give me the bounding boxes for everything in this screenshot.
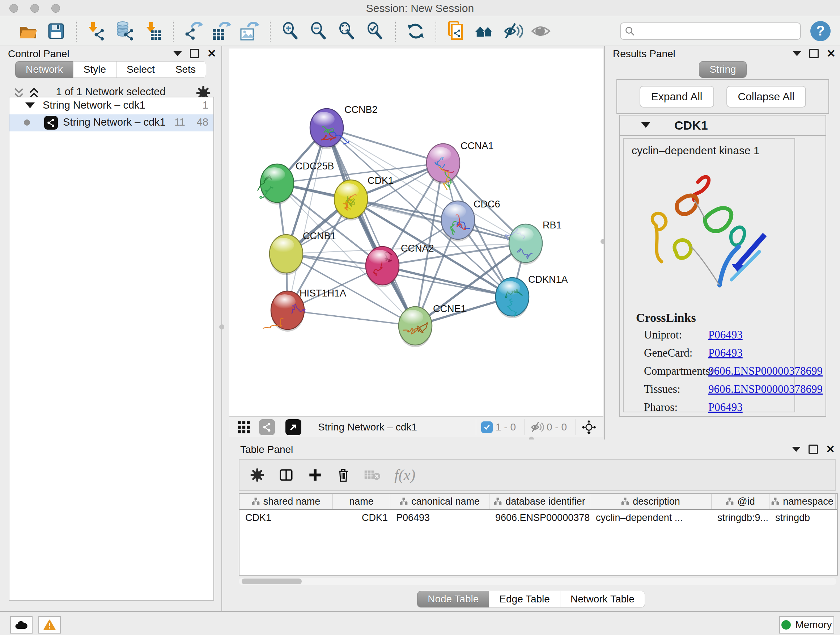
tab-select[interactable]: Select	[116, 61, 165, 78]
expand-all-button[interactable]: Expand All	[639, 86, 714, 108]
control-panel-menu-icon[interactable]	[173, 51, 182, 56]
network-collection-row[interactable]: String Network – cdk1 1	[9, 97, 213, 114]
crosslink-link[interactable]: P06493	[708, 328, 743, 341]
import-table-icon[interactable]	[142, 21, 164, 42]
zoom-fit-icon[interactable]	[336, 21, 357, 42]
control-panel-close-icon[interactable]: ✕	[207, 49, 216, 58]
scrollbar-thumb[interactable]	[242, 578, 302, 584]
tab-string-results[interactable]: String	[699, 61, 746, 78]
memory-button[interactable]: Memory	[779, 616, 834, 633]
node-CDC25B[interactable]	[257, 164, 294, 204]
gray-eye-icon[interactable]	[531, 21, 551, 42]
network-canvas[interactable]: CCNB2CCNA1CDC25BCDK1CDC6RB1CCNB1CCNA2CDK…	[229, 49, 603, 416]
column-header-description[interactable]: description	[590, 494, 712, 509]
table-cell[interactable]: 9606.ENSP00000378699	[489, 510, 590, 526]
node-HIST1H1A[interactable]	[263, 291, 305, 332]
export-image-icon[interactable]	[240, 21, 261, 42]
crosslink-link[interactable]: P06493	[708, 401, 743, 414]
warnings-button[interactable]	[38, 616, 61, 633]
column-header-database-identifier[interactable]: database identifier	[489, 494, 590, 509]
save-session-icon[interactable]	[46, 21, 66, 42]
node-CDC6[interactable]	[441, 201, 475, 241]
table-cell[interactable]: stringdb	[769, 510, 836, 526]
results-panel-close-icon[interactable]: ✕	[827, 49, 836, 58]
left-splitter-handle[interactable]	[219, 325, 224, 329]
node-CDKN1A[interactable]	[496, 278, 529, 318]
column-tree-icon	[494, 497, 502, 505]
results-panel-float-icon[interactable]	[809, 49, 819, 58]
details-caret-icon[interactable]	[641, 122, 651, 128]
string-view-icon[interactable]	[259, 419, 275, 435]
zoom-in-icon[interactable]	[280, 21, 301, 42]
column-tree-icon	[771, 497, 779, 505]
protein-structure-image	[635, 160, 790, 305]
table-panel: Table Panel ✕	[222, 440, 840, 611]
grid-view-icon[interactable]	[237, 420, 251, 434]
houses-icon[interactable]	[474, 21, 495, 42]
selected-checkbox-icon[interactable]	[481, 421, 493, 433]
node-CCNE1[interactable]	[399, 307, 432, 347]
node-CDK1[interactable]	[334, 180, 368, 220]
export-table-icon[interactable]	[211, 21, 232, 42]
table-cell[interactable]: cyclin–dependent ...	[590, 510, 712, 526]
zoom-selected-icon[interactable]	[365, 21, 386, 42]
search-input[interactable]	[635, 24, 797, 39]
table-cell[interactable]: stringdb:9...	[712, 510, 769, 526]
function-builder-icon[interactable]: f(x)	[394, 466, 415, 484]
zoom-out-icon[interactable]	[308, 21, 329, 42]
network-edge-count: 48	[197, 116, 208, 128]
refresh-icon[interactable]	[405, 21, 426, 42]
navigator-crosshair-icon[interactable]	[581, 419, 597, 435]
results-panel-menu-icon[interactable]	[793, 51, 801, 56]
table-cell[interactable]: CDK1	[333, 510, 390, 526]
column-header-namespace[interactable]: namespace	[769, 494, 836, 509]
crosslink-row: Uniprot:P06493	[644, 328, 794, 341]
show-columns-icon[interactable]	[279, 467, 294, 483]
delete-icon[interactable]	[336, 467, 350, 483]
column-header--id[interactable]: @id	[712, 494, 769, 509]
open-in-window-icon[interactable]	[286, 419, 302, 435]
tab-sets[interactable]: Sets	[165, 61, 206, 78]
edge-CCNB2-CCNA1[interactable]	[327, 128, 443, 163]
string-protein-query-icon[interactable]	[446, 21, 467, 42]
node-CCNA2[interactable]	[366, 247, 399, 287]
node-CCNB1[interactable]	[270, 234, 303, 275]
table-cell[interactable]: P06493	[390, 510, 489, 526]
edge-HIST1H1A-CCNE1[interactable]	[287, 310, 415, 326]
table-header-row: shared namenamecanonical namedatabase id…	[240, 494, 837, 510]
column-header-shared-name[interactable]: shared name	[240, 494, 333, 509]
table-panel-float-icon[interactable]	[808, 445, 818, 454]
table-panel-close-icon[interactable]: ✕	[826, 445, 835, 454]
network-row-selected[interactable]: String Network – cdk1 11 48	[9, 114, 213, 131]
table-options-gear-icon[interactable]	[249, 467, 265, 483]
delete-table-icon[interactable]	[364, 469, 381, 481]
tab-edge-table[interactable]: Edge Table	[489, 591, 561, 608]
open-file-icon[interactable]	[17, 21, 38, 42]
crosslink-link[interactable]: 9606.ENSP00000378699	[708, 364, 823, 378]
import-network-database-icon[interactable]	[114, 21, 135, 42]
table-cell[interactable]: CDK1	[240, 510, 333, 526]
column-header-canonical-name[interactable]: canonical name	[390, 494, 489, 509]
table-panel-menu-icon[interactable]	[792, 447, 801, 452]
tab-network-table[interactable]: Network Table	[560, 591, 645, 608]
edge-CCNB2-HIST1H1A[interactable]	[287, 128, 327, 310]
export-network-icon[interactable]	[183, 21, 204, 42]
cloud-status-button[interactable]	[10, 616, 33, 633]
table-row[interactable]: CDK1CDK1P064939606.ENSP00000378699cyclin…	[240, 510, 837, 526]
import-network-icon[interactable]	[86, 21, 107, 42]
crosslink-link[interactable]: P06493	[708, 347, 743, 359]
node-details-header[interactable]: CDK1	[620, 116, 826, 136]
tab-node-table[interactable]: Node Table	[417, 591, 489, 608]
control-panel-float-icon[interactable]	[190, 49, 199, 58]
collapse-all-button[interactable]: Collapse All	[726, 86, 806, 108]
add-icon[interactable]	[308, 467, 323, 483]
hidden-eye-icon[interactable]	[530, 420, 544, 434]
crosslink-link[interactable]: 9606.ENSP00000378699	[708, 383, 823, 396]
eye-slash-icon[interactable]	[502, 21, 523, 42]
tab-style[interactable]: Style	[73, 61, 117, 78]
column-header-name[interactable]: name	[333, 494, 390, 509]
tab-network[interactable]: Network	[15, 61, 73, 78]
help-button[interactable]: ?	[810, 21, 831, 41]
collection-caret-icon[interactable]	[25, 103, 35, 108]
table-horizontal-scrollbar[interactable]	[239, 578, 836, 585]
